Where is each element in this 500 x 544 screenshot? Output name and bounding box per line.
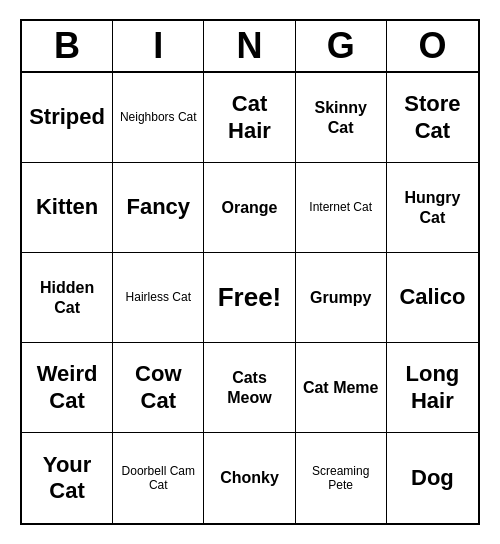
- header-letter: B: [22, 21, 113, 71]
- bingo-cell: Internet Cat: [296, 163, 387, 253]
- cell-text: Cat Hair: [208, 91, 290, 144]
- bingo-cell: Fancy: [113, 163, 204, 253]
- bingo-cell: Cat Hair: [204, 73, 295, 163]
- cell-text: Hungry Cat: [391, 188, 474, 226]
- cell-text: Cow Cat: [117, 361, 199, 414]
- header-letter: O: [387, 21, 478, 71]
- cell-text: Free!: [218, 282, 282, 313]
- cell-text: Skinny Cat: [300, 98, 382, 136]
- cell-text: Chonky: [220, 468, 279, 487]
- cell-text: Fancy: [126, 194, 190, 220]
- cell-text: Calico: [399, 284, 465, 310]
- bingo-cell: Your Cat: [22, 433, 113, 523]
- bingo-cell: Weird Cat: [22, 343, 113, 433]
- cell-text: Hairless Cat: [126, 290, 191, 304]
- bingo-card: BINGO StripedNeighbors CatCat HairSkinny…: [20, 19, 480, 525]
- bingo-cell: Striped: [22, 73, 113, 163]
- bingo-cell: Orange: [204, 163, 295, 253]
- header-letter: N: [204, 21, 295, 71]
- bingo-cell: Screaming Pete: [296, 433, 387, 523]
- cell-text: Cat Meme: [303, 378, 379, 397]
- bingo-cell: Hidden Cat: [22, 253, 113, 343]
- cell-text: Doorbell Cam Cat: [117, 464, 199, 493]
- cell-text: Weird Cat: [26, 361, 108, 414]
- bingo-cell: Long Hair: [387, 343, 478, 433]
- bingo-cell: Skinny Cat: [296, 73, 387, 163]
- cell-text: Kitten: [36, 194, 98, 220]
- cell-text: Dog: [411, 465, 454, 491]
- bingo-cell: Hairless Cat: [113, 253, 204, 343]
- bingo-cell: Cat Meme: [296, 343, 387, 433]
- header-letter: G: [296, 21, 387, 71]
- bingo-cell: Calico: [387, 253, 478, 343]
- bingo-cell: Cow Cat: [113, 343, 204, 433]
- bingo-cell: Cats Meow: [204, 343, 295, 433]
- cell-text: Orange: [221, 198, 277, 217]
- bingo-cell: Dog: [387, 433, 478, 523]
- bingo-grid: StripedNeighbors CatCat HairSkinny CatSt…: [22, 73, 478, 523]
- cell-text: Cats Meow: [208, 368, 290, 406]
- cell-text: Grumpy: [310, 288, 371, 307]
- cell-text: Striped: [29, 104, 105, 130]
- bingo-cell: Store Cat: [387, 73, 478, 163]
- bingo-cell: Kitten: [22, 163, 113, 253]
- bingo-cell: Doorbell Cam Cat: [113, 433, 204, 523]
- cell-text: Screaming Pete: [300, 464, 382, 493]
- cell-text: Your Cat: [26, 452, 108, 505]
- cell-text: Hidden Cat: [26, 278, 108, 316]
- header-letter: I: [113, 21, 204, 71]
- bingo-cell: Neighbors Cat: [113, 73, 204, 163]
- bingo-cell: Free!: [204, 253, 295, 343]
- bingo-cell: Grumpy: [296, 253, 387, 343]
- cell-text: Neighbors Cat: [120, 110, 197, 124]
- cell-text: Internet Cat: [309, 200, 372, 214]
- bingo-cell: Chonky: [204, 433, 295, 523]
- bingo-header: BINGO: [22, 21, 478, 73]
- cell-text: Long Hair: [391, 361, 474, 414]
- bingo-cell: Hungry Cat: [387, 163, 478, 253]
- cell-text: Store Cat: [391, 91, 474, 144]
